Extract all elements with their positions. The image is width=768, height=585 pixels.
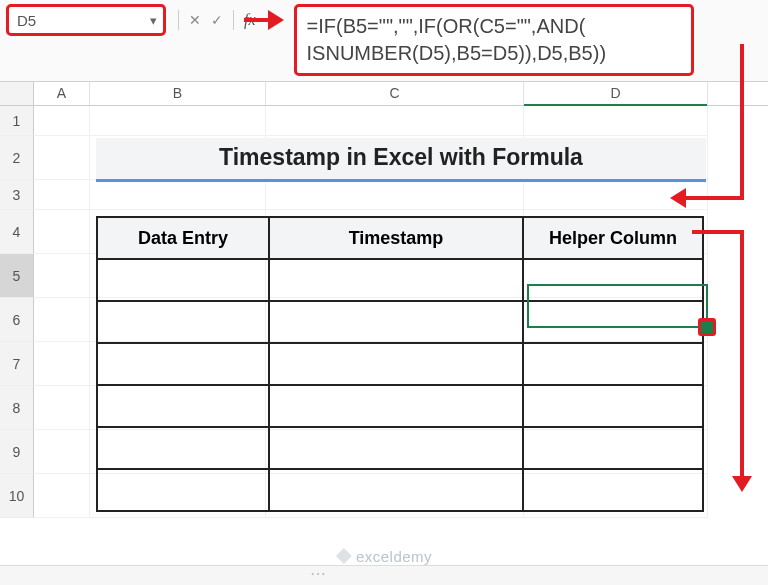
row-header-1[interactable]: 1 xyxy=(0,106,34,136)
formula-bar: D5 ▾ ✕ ✓ fx =IF(B5="","",IF(OR(C5="",AND… xyxy=(0,0,768,82)
cell-helper[interactable] xyxy=(523,259,703,301)
cell-A1[interactable] xyxy=(34,106,90,136)
annotation-line xyxy=(740,230,744,480)
row-header-5[interactable]: 5 xyxy=(0,254,34,298)
cell-A5[interactable] xyxy=(34,254,90,298)
column-header-A[interactable]: A xyxy=(34,82,90,105)
chevron-down-icon[interactable]: ▾ xyxy=(150,13,157,28)
name-box-value: D5 xyxy=(17,12,36,29)
cell-timestamp[interactable] xyxy=(269,301,523,343)
cell-data-entry[interactable] xyxy=(97,259,269,301)
cell-A8[interactable] xyxy=(34,386,90,430)
table-header-helper: Helper Column xyxy=(523,217,703,259)
row-header-6[interactable]: 6 xyxy=(0,298,34,342)
cell-helper[interactable] xyxy=(523,385,703,427)
cell-data-entry[interactable] xyxy=(97,427,269,469)
column-header-B[interactable]: B xyxy=(90,82,266,105)
tab-scroll-icon[interactable]: ⋯ xyxy=(310,564,326,583)
cancel-icon[interactable]: ✕ xyxy=(189,12,201,28)
spreadsheet-grid[interactable]: A B C D 1 2 3 4 5 6 7 xyxy=(0,82,768,518)
row-3: 3 xyxy=(0,180,768,210)
name-box[interactable]: D5 ▾ xyxy=(6,4,166,36)
cell-data-entry[interactable] xyxy=(97,385,269,427)
row-header-9[interactable]: 9 xyxy=(0,430,34,474)
separator xyxy=(178,10,179,30)
cell-helper[interactable] xyxy=(523,343,703,385)
cell-data-entry[interactable] xyxy=(97,469,269,511)
cell-timestamp[interactable] xyxy=(269,427,523,469)
formula-line-1: =IF(B5="","",IF(OR(C5="",AND( xyxy=(307,13,681,40)
table-row xyxy=(97,259,703,301)
formula-input[interactable]: =IF(B5="","",IF(OR(C5="",AND( ISNUMBER(D… xyxy=(294,4,694,76)
cell-timestamp[interactable] xyxy=(269,469,523,511)
separator xyxy=(233,10,234,30)
page-title: Timestamp in Excel with Formula xyxy=(96,138,706,182)
annotation-arrow-right-icon xyxy=(268,10,284,30)
table-row xyxy=(97,301,703,343)
cell-timestamp[interactable] xyxy=(269,259,523,301)
cell-timestamp[interactable] xyxy=(269,385,523,427)
row-1: 1 xyxy=(0,106,768,136)
table-header-timestamp: Timestamp xyxy=(269,217,523,259)
row-header-10[interactable]: 10 xyxy=(0,474,34,518)
annotation-arrow-left-icon xyxy=(670,188,686,208)
table-row xyxy=(97,343,703,385)
column-headers-row: A B C D xyxy=(0,82,768,106)
cell-B3[interactable] xyxy=(90,180,266,210)
annotation-line xyxy=(740,44,744,200)
cell-A2[interactable] xyxy=(34,136,90,180)
annotation-arrow-down-icon xyxy=(732,476,752,492)
cell-A6[interactable] xyxy=(34,298,90,342)
table-row xyxy=(97,469,703,511)
column-header-D[interactable]: D xyxy=(524,82,708,105)
cell-helper[interactable] xyxy=(523,469,703,511)
cell-timestamp[interactable] xyxy=(269,343,523,385)
cell-A4[interactable] xyxy=(34,210,90,254)
row-header-7[interactable]: 7 xyxy=(0,342,34,386)
cell-D1[interactable] xyxy=(524,106,708,136)
confirm-icon[interactable]: ✓ xyxy=(211,12,223,28)
select-all-corner[interactable] xyxy=(0,82,34,105)
table-header-data-entry: Data Entry xyxy=(97,217,269,259)
formula-line-2: ISNUMBER(D5),B5=D5)),D5,B5)) xyxy=(307,40,681,67)
cell-A9[interactable] xyxy=(34,430,90,474)
cell-C1[interactable] xyxy=(266,106,524,136)
cell-B1[interactable] xyxy=(90,106,266,136)
row-header-4[interactable]: 4 xyxy=(0,210,34,254)
annotation-line xyxy=(682,196,744,200)
row-header-2[interactable]: 2 xyxy=(0,136,34,180)
cell-A3[interactable] xyxy=(34,180,90,210)
cell-data-entry[interactable] xyxy=(97,343,269,385)
cell-helper[interactable] xyxy=(523,427,703,469)
cell-A10[interactable] xyxy=(34,474,90,518)
table-row xyxy=(97,385,703,427)
watermark-logo-icon xyxy=(336,548,352,564)
row-header-8[interactable]: 8 xyxy=(0,386,34,430)
cell-C3[interactable] xyxy=(266,180,524,210)
column-header-C[interactable]: C xyxy=(266,82,524,105)
annotation-line xyxy=(692,230,744,234)
data-table: Data Entry Timestamp Helper Column xyxy=(96,216,704,512)
cell-A7[interactable] xyxy=(34,342,90,386)
sheet-tab-strip[interactable]: ⋯ xyxy=(0,565,768,585)
table-header-row: Data Entry Timestamp Helper Column xyxy=(97,217,703,259)
cell-data-entry[interactable] xyxy=(97,301,269,343)
row-header-3[interactable]: 3 xyxy=(0,180,34,210)
table-row xyxy=(97,427,703,469)
watermark-brand: exceldemy xyxy=(356,548,432,565)
cell-helper[interactable] xyxy=(523,301,703,343)
